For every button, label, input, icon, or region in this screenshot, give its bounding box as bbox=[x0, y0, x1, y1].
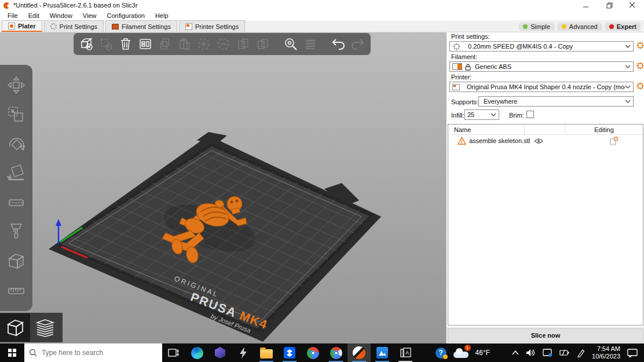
filament-gear-button[interactable] bbox=[636, 61, 644, 70]
printer-gear-button[interactable] bbox=[636, 82, 644, 90]
temperature-label[interactable]: 46°F bbox=[475, 349, 490, 357]
filament-value: Generic ABS bbox=[475, 63, 625, 70]
minimize-button[interactable] bbox=[575, 0, 598, 10]
undo-button[interactable] bbox=[330, 35, 346, 53]
menu-edit[interactable]: Edit bbox=[23, 12, 45, 19]
green-dot-icon bbox=[523, 24, 528, 29]
top-toolbar: O P bbox=[74, 33, 371, 55]
tab-print-settings[interactable]: Print Settings bbox=[44, 20, 104, 32]
prusaslicer-window: *Untitled - PrusaSlicer-2.6.1 based on S… bbox=[0, 0, 644, 362]
tab-print-settings-label: Print Settings bbox=[60, 23, 97, 30]
bolt-icon[interactable] bbox=[232, 343, 255, 362]
infill-dropdown[interactable]: 25 bbox=[464, 109, 499, 120]
view-switch bbox=[0, 313, 63, 342]
search-button[interactable] bbox=[283, 35, 299, 53]
notification-icon[interactable] bbox=[627, 348, 638, 357]
column-editing: Editing bbox=[565, 125, 643, 134]
supports-dropdown[interactable]: Everywhere bbox=[478, 96, 634, 107]
task-view-icon[interactable] bbox=[162, 343, 185, 362]
move-tool-button[interactable] bbox=[5, 74, 27, 96]
paste-button[interactable] bbox=[177, 35, 193, 53]
add-instance-button[interactable] bbox=[196, 35, 213, 53]
office-icon[interactable] bbox=[208, 343, 232, 362]
slice-now-button[interactable]: Slice now bbox=[448, 328, 643, 342]
photos-icon[interactable] bbox=[371, 343, 394, 362]
yellow-dot-icon bbox=[562, 24, 566, 29]
print-settings-dropdown[interactable]: 0.20mm SPEED @MK4IS 0.4 - Copy bbox=[449, 41, 634, 52]
copy-button[interactable] bbox=[157, 35, 173, 53]
measure-tool-button[interactable] bbox=[5, 280, 27, 302]
start-button[interactable] bbox=[0, 343, 24, 362]
volume-icon[interactable] bbox=[526, 349, 536, 357]
prusaslicer-taskbar-icon[interactable] bbox=[347, 343, 371, 362]
close-button[interactable] bbox=[621, 0, 644, 10]
mode-expert-button[interactable]: Expert bbox=[605, 23, 641, 31]
object-list: Name Editing assemble skeleton.stl bbox=[448, 124, 643, 326]
3d-editor-view-button[interactable] bbox=[0, 313, 30, 342]
dropbox-icon[interactable] bbox=[278, 343, 301, 362]
file-explorer-icon[interactable] bbox=[255, 343, 278, 362]
split-to-objects-button[interactable]: O bbox=[235, 35, 251, 53]
filament-dropdown[interactable]: Generic ABS bbox=[449, 61, 634, 72]
tab-filament-settings[interactable]: Filament Settings bbox=[105, 20, 177, 32]
variable-layer-height-button[interactable] bbox=[302, 35, 319, 53]
weather-icon[interactable]: 1 bbox=[453, 348, 469, 358]
mode-simple-button[interactable]: Simple bbox=[519, 23, 554, 31]
redo-button[interactable] bbox=[350, 35, 366, 53]
chevron-down-icon bbox=[625, 85, 631, 89]
printer-icon bbox=[185, 23, 192, 30]
tab-printer-settings-label: Printer Settings bbox=[195, 23, 239, 30]
place-on-face-tool-button[interactable] bbox=[5, 162, 27, 184]
object-row[interactable]: assemble skeleton.stl bbox=[448, 135, 643, 147]
plater-icon bbox=[8, 23, 15, 30]
chrome-icon[interactable] bbox=[301, 343, 324, 362]
search-input[interactable] bbox=[42, 349, 146, 357]
tab-plater-label: Plater bbox=[18, 23, 36, 30]
column-name: Name bbox=[448, 126, 524, 133]
menu-bar: File Edit Window View Configuration Help bbox=[0, 10, 644, 20]
character-map-icon[interactable]: A bbox=[394, 343, 417, 362]
battery-icon[interactable] bbox=[559, 349, 570, 356]
chrome-alt-icon[interactable] bbox=[324, 343, 347, 362]
delete-all-button[interactable] bbox=[118, 35, 134, 53]
3d-viewport[interactable]: ORIGINAL PRUSA MK4 by Josef Prusa bbox=[0, 32, 446, 343]
arrange-button[interactable] bbox=[137, 35, 153, 53]
delete-object-button[interactable] bbox=[98, 35, 114, 53]
tab-printer-settings[interactable]: Printer Settings bbox=[179, 20, 245, 32]
chevron-down-icon bbox=[491, 113, 496, 117]
menu-window[interactable]: Window bbox=[45, 12, 78, 19]
menu-help[interactable]: Help bbox=[150, 12, 174, 19]
printer-dropdown[interactable]: Original Prusa MK4 Input Shaper 0.4 nozz… bbox=[449, 82, 634, 92]
scale-tool-button[interactable] bbox=[5, 104, 27, 126]
preview-layers-button[interactable] bbox=[30, 313, 60, 342]
screen-share-icon[interactable] bbox=[543, 349, 552, 357]
pen-icon[interactable] bbox=[577, 349, 585, 357]
restore-button[interactable] bbox=[598, 0, 621, 10]
cut-tool-button[interactable] bbox=[5, 192, 27, 214]
eye-icon[interactable] bbox=[534, 138, 543, 144]
paint-supports-tool-button[interactable] bbox=[5, 221, 27, 243]
split-to-parts-button[interactable]: P bbox=[255, 35, 271, 53]
clock[interactable]: 7:54 AM 10/6/2023 bbox=[592, 345, 620, 360]
seam-painting-tool-button[interactable] bbox=[5, 250, 27, 272]
filament-spool-icon bbox=[112, 24, 119, 30]
help-tray-icon[interactable]: ? bbox=[436, 348, 447, 359]
remove-instance-button[interactable] bbox=[215, 35, 232, 53]
rotate-tool-button[interactable] bbox=[5, 133, 27, 155]
edit-settings-icon[interactable] bbox=[610, 137, 618, 145]
print-settings-gear-button[interactable] bbox=[636, 41, 644, 50]
edge-icon[interactable] bbox=[185, 343, 208, 362]
chevron-down-icon bbox=[625, 100, 631, 104]
tab-plater[interactable]: Plater bbox=[2, 20, 42, 32]
lock-icon bbox=[464, 63, 471, 71]
column-visibility bbox=[524, 125, 565, 134]
menu-file[interactable]: File bbox=[2, 12, 23, 19]
infill-value: 25 bbox=[467, 111, 491, 118]
taskbar-search[interactable] bbox=[24, 343, 162, 362]
mode-advanced-button[interactable]: Advanced bbox=[558, 23, 602, 31]
add-object-button[interactable] bbox=[78, 35, 94, 53]
brim-checkbox[interactable] bbox=[526, 111, 534, 118]
menu-view[interactable]: View bbox=[78, 12, 102, 19]
menu-configuration[interactable]: Configuration bbox=[101, 12, 149, 19]
tray-chevron-up-icon[interactable] bbox=[512, 350, 519, 355]
